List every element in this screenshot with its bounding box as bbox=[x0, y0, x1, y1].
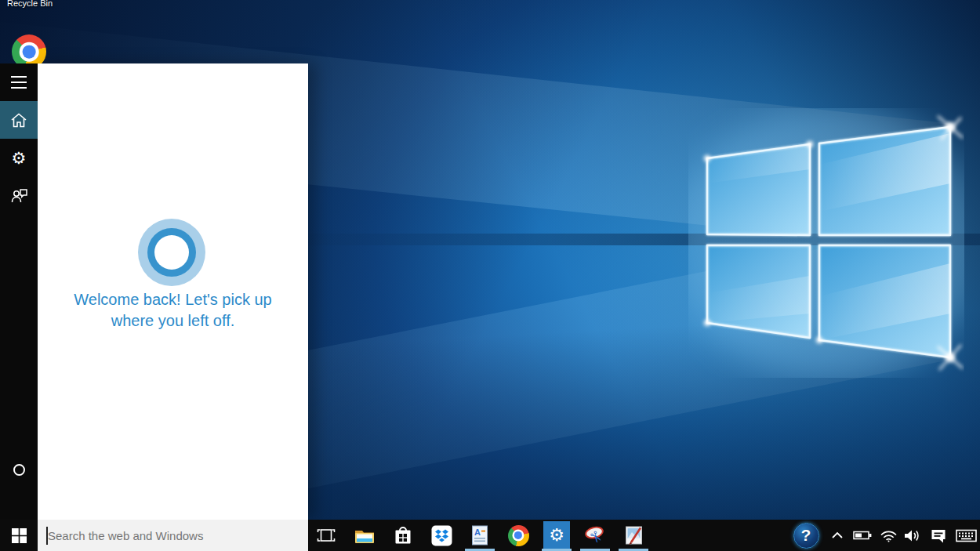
touch-keyboard-icon bbox=[956, 529, 977, 542]
cortana-sidebar: ⚙ bbox=[0, 63, 38, 520]
sidebar-item-feedback[interactable] bbox=[0, 176, 38, 214]
taskbar-item-file-explorer[interactable] bbox=[346, 520, 383, 551]
question-mark-glyph: ? bbox=[801, 526, 811, 545]
chrome-icon-blue-core bbox=[23, 45, 36, 59]
windows-start-icon bbox=[12, 528, 27, 543]
welcome-line-1: Welcome back! Let's pick up bbox=[38, 289, 308, 310]
taskbar-item-windows-store[interactable] bbox=[384, 520, 422, 551]
taskbar-item-snipping-tool[interactable]: ✂ bbox=[576, 520, 614, 551]
file-explorer-icon bbox=[354, 527, 375, 545]
taskbar-item-settings[interactable]: ⚙ bbox=[538, 520, 575, 551]
hamburger-icon bbox=[11, 76, 27, 89]
home-icon bbox=[10, 112, 27, 129]
cortana-welcome-message: Welcome back! Let's pick up where you le… bbox=[38, 289, 308, 332]
wordpad-icon: A bbox=[470, 524, 489, 547]
chrome-icon bbox=[508, 525, 529, 546]
text-caret bbox=[46, 527, 48, 545]
welcome-line-2: where you left off. bbox=[38, 310, 308, 332]
taskbar-item-chrome[interactable] bbox=[499, 520, 537, 551]
snipping-tool-icon: ✂ bbox=[583, 524, 607, 547]
tray-help-icon[interactable]: ? bbox=[793, 520, 819, 551]
dropbox-icon bbox=[431, 525, 452, 546]
sidebar-item-menu[interactable] bbox=[0, 63, 38, 101]
tray-battery[interactable] bbox=[853, 520, 873, 551]
taskbar-search-box bbox=[38, 520, 308, 551]
action-center-icon bbox=[931, 528, 946, 543]
recycle-bin-shortcut[interactable]: Recycle Bin bbox=[0, 0, 60, 8]
paint-icon bbox=[624, 525, 644, 546]
battery-icon bbox=[853, 530, 873, 541]
taskbar-item-wordpad[interactable]: A bbox=[461, 520, 499, 551]
taskbar-item-paint[interactable] bbox=[615, 520, 652, 551]
settings-gear-icon: ⚙ bbox=[549, 527, 564, 544]
sidebar-item-home[interactable] bbox=[0, 101, 38, 139]
circle-outline-icon bbox=[13, 464, 25, 476]
wifi-icon bbox=[880, 529, 898, 542]
cortana-ring-core bbox=[154, 235, 189, 270]
tray-touch-keyboard[interactable] bbox=[956, 520, 977, 551]
show-hidden-icons-chevron bbox=[831, 531, 844, 539]
tray-action-center[interactable] bbox=[930, 520, 946, 551]
cortana-panel: Welcome back! Let's pick up where you le… bbox=[38, 63, 308, 520]
windows-logo-wallpaper bbox=[688, 108, 964, 378]
person-feedback-icon bbox=[10, 187, 28, 204]
taskbar-item-dropbox[interactable] bbox=[423, 520, 460, 551]
sidebar-item-settings[interactable]: ⚙ bbox=[0, 139, 38, 176]
gear-icon: ⚙ bbox=[12, 150, 27, 166]
windows-10-desktop: Recycle Bin ⚙ bbox=[0, 0, 980, 551]
windows-store-icon bbox=[394, 525, 412, 546]
search-input[interactable] bbox=[38, 520, 308, 551]
svg-text:A: A bbox=[474, 527, 481, 536]
help-icon: ? bbox=[793, 523, 819, 549]
cortana-ring-logo bbox=[138, 219, 205, 286]
tray-wifi[interactable] bbox=[880, 520, 898, 551]
sidebar-item-cortana[interactable] bbox=[0, 451, 38, 488]
tray-volume[interactable] bbox=[903, 520, 921, 551]
start-button[interactable] bbox=[0, 520, 38, 551]
task-view-icon bbox=[316, 526, 336, 545]
taskbar-item-task-view[interactable] bbox=[307, 520, 345, 551]
cortana-ring-mid bbox=[147, 228, 196, 277]
tray-show-hidden-icons[interactable] bbox=[829, 520, 845, 551]
volume-icon bbox=[903, 529, 921, 542]
